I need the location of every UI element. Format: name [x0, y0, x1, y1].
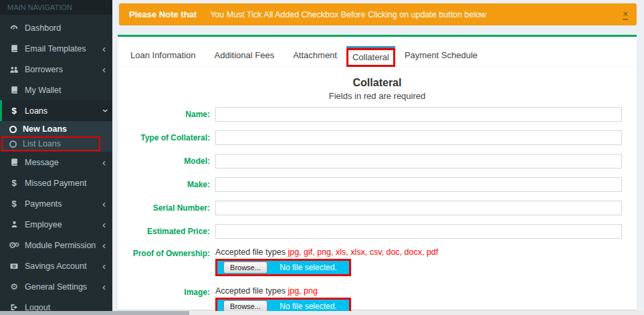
tab-loan-information[interactable]: Loan Information [121, 46, 205, 65]
accepted-types-list: jpg, gif, png, xls, xlsx, csv, doc, docx… [288, 247, 438, 257]
browse-button[interactable]: Browse... [223, 261, 267, 274]
sidebar-item-label: List Loans [23, 139, 61, 148]
chevron-left-icon: ‹ [102, 282, 106, 292]
serial-number-label: Serial Number: [118, 203, 210, 213]
tab-additional-fees[interactable]: Additional Fees [205, 46, 284, 65]
make-input[interactable] [215, 177, 622, 192]
sidebar-item-label: Savings Account [25, 261, 86, 271]
annotation-box-collateral-tab: Collateral [346, 48, 395, 67]
sidebar-item-loans[interactable]: $ Loans ‹ [0, 100, 112, 121]
book-icon [8, 86, 20, 94]
sidebar-item-label: Missed Payment [25, 179, 86, 188]
sidebar-item-label: General Settings [25, 282, 87, 292]
sidebar-item-label: Dashbord [25, 23, 61, 33]
name-input[interactable] [215, 107, 622, 122]
sidebar-item-label: Email Templates [25, 44, 86, 54]
book-icon [8, 44, 20, 53]
chevron-left-icon: ‹ [102, 43, 106, 54]
proof-of-ownership-label: Proof of Ownership: [118, 247, 210, 258]
type-of-collateral-label: Type of Collateral: [118, 133, 210, 142]
file-status-text: No file selected. [267, 263, 349, 272]
form-row-estimated-price: Estimated Price: [118, 224, 637, 239]
sidebar-item-payments[interactable]: $ Payments ‹ [0, 193, 112, 214]
sidebar-item-my-wallet[interactable]: My Wallet [0, 80, 112, 100]
annotation-box-proof-file-input: Browse... No file selected. [215, 259, 351, 276]
close-icon[interactable]: × [623, 9, 628, 20]
chevron-left-icon: ‹ [102, 219, 106, 229]
estimated-price-label: Estimated Price: [118, 227, 210, 236]
form-row-make: Make: [118, 177, 637, 192]
alert-lead: Please Note that [129, 9, 197, 19]
sidebar-item-employee[interactable]: Employee ‹ [0, 214, 112, 235]
name-label: Name: [118, 110, 210, 119]
serial-number-input[interactable] [215, 201, 622, 215]
camera-icon [8, 261, 20, 271]
image-label: Image: [118, 286, 210, 297]
sidebar-item-missed-payment[interactable]: $ Missed Payment [0, 173, 112, 193]
dollar-icon: $ [8, 199, 20, 209]
sidebar-item-message[interactable]: Message ‹ [0, 152, 112, 173]
sidebar-item-dashboard[interactable]: Dashbord [0, 17, 112, 38]
circle-o-icon [9, 140, 17, 148]
form-subtitle: Fields in red are required [118, 91, 637, 101]
sidebar-item-label: My Wallet [25, 86, 61, 95]
sidebar-item-label: New Loans [23, 124, 67, 134]
form-row-model: Model: [118, 154, 637, 169]
users-icon [8, 65, 20, 74]
loans-submenu: New Loans List Loans [0, 121, 112, 152]
sidebar-item-label: Employee [25, 220, 62, 229]
scrollbar-thumb[interactable] [0, 311, 189, 315]
form-row-type-of-collateral: Type of Collateral: [118, 130, 637, 145]
accepted-types-text: Accepted file types jpg, png [215, 286, 351, 296]
circle-o-icon [9, 126, 17, 133]
form-row-proof-of-ownership: Proof of Ownership: Accepted file types … [118, 247, 637, 276]
gears-icon: ⚙⚙ [8, 241, 20, 249]
accepted-types-list: jpg, png [288, 286, 317, 296]
chevron-left-icon: ‹ [102, 157, 106, 167]
sidebar-item-label: Payments [25, 199, 62, 209]
person-icon [8, 220, 20, 229]
form-title: Collateral [118, 77, 637, 89]
make-label: Make: [118, 180, 210, 189]
alert-banner: Please Note that You Must Tick All Added… [119, 3, 637, 25]
gear-icon: ⚙ [8, 282, 20, 291]
dashboard-icon [8, 23, 20, 33]
file-status-text: No file selected. [267, 302, 349, 311]
sidebar-item-general-settings[interactable]: ⚙ General Settings ‹ [0, 276, 112, 297]
model-input[interactable] [215, 154, 622, 169]
sidebar-nav: Dashbord Email Templates ‹ Borrowers ‹ M… [0, 15, 112, 315]
sidebar-item-label: Module Permission [25, 241, 96, 250]
type-of-collateral-input[interactable] [215, 130, 622, 145]
tab-collateral[interactable]: Collateral [346, 46, 395, 67]
form-row-name: Name: [118, 107, 637, 122]
sidebar-item-email-templates[interactable]: Email Templates ‹ [0, 38, 112, 59]
chevron-left-icon: ‹ [102, 240, 106, 250]
sidebar: MAIN NAVIGATION Dashbord Email Templates… [0, 0, 112, 315]
alert-message: You Must Tick All Added Checkbox Before … [210, 10, 486, 19]
sidebar-item-borrowers[interactable]: Borrowers ‹ [0, 59, 112, 80]
form-row-serial-number: Serial Number: [118, 201, 637, 215]
proof-of-ownership-file-input[interactable]: Browse... No file selected. [217, 261, 349, 274]
sidebar-item-label: Loans [25, 106, 47, 116]
sidebar-item-savings-account[interactable]: Savings Account ‹ [0, 255, 112, 276]
book-icon [8, 158, 20, 167]
dollar-icon: $ [8, 178, 20, 188]
sidebar-item-list-loans[interactable]: List Loans [1, 136, 100, 151]
collateral-card: Loan Information Additional Fees Attachm… [118, 35, 637, 310]
chevron-left-icon: ‹ [102, 261, 106, 271]
tab-attachment[interactable]: Attachment [284, 46, 346, 65]
dollar-icon: $ [8, 106, 20, 116]
chevron-left-icon: ‹ [102, 64, 106, 74]
sidebar-section-header: MAIN NAVIGATION [0, 0, 112, 15]
tab-bar: Loan Information Additional Fees Attachm… [118, 46, 637, 67]
sidebar-item-new-loans[interactable]: New Loans [0, 122, 112, 136]
sidebar-item-label: Borrowers [25, 65, 63, 74]
sidebar-item-module-permission[interactable]: ⚙⚙ Module Permission ‹ [0, 235, 112, 255]
sidebar-item-label: Message [25, 158, 59, 167]
estimated-price-input[interactable] [215, 224, 622, 239]
accepted-types-text: Accepted file types jpg, gif, png, xls, … [215, 247, 438, 257]
horizontal-scrollbar[interactable] [0, 311, 644, 315]
chevron-down-icon: ‹ [99, 109, 109, 112]
model-label: Model: [118, 156, 210, 166]
tab-payment-schedule[interactable]: Payment Schedule [395, 46, 487, 65]
